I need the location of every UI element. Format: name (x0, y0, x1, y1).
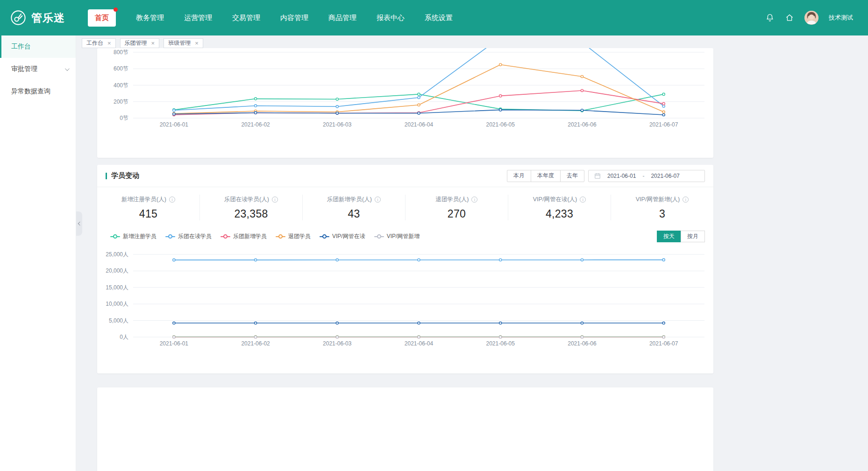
info-icon[interactable] (169, 197, 175, 203)
granularity-by-month[interactable]: 按月 (681, 231, 705, 242)
svg-text:2021-06-06: 2021-06-06 (568, 340, 597, 347)
date-start: 2021-06-01 (607, 173, 636, 179)
stat-label: 退团学员(人) (436, 196, 469, 204)
info-icon[interactable] (272, 197, 278, 203)
students-chart[interactable]: 0人5,000人10,000人15,000人20,000人25,000人2021… (97, 250, 713, 357)
legend-label: 新增注册学员 (123, 232, 157, 240)
svg-text:5,000人: 5,000人 (109, 317, 128, 324)
svg-text:2021-06-01: 2021-06-01 (160, 340, 189, 347)
tab-orchestra[interactable]: 乐团管理 (120, 38, 160, 48)
svg-text:2021-06-05: 2021-06-05 (486, 340, 515, 347)
granularity-toggle: 按天 按月 (657, 231, 705, 242)
stat-vip-enrolled: VIP/网管在读(人) 4,233 (508, 195, 611, 220)
svg-text:800节: 800节 (114, 49, 128, 56)
svg-text:20,000人: 20,000人 (106, 267, 128, 274)
sidebar-item-approval[interactable]: 审批管理 (0, 58, 76, 80)
stat-value: 23,358 (200, 208, 302, 220)
logo[interactable]: 管乐迷 (0, 10, 84, 26)
tab-label: 工作台 (86, 39, 103, 47)
close-icon[interactable] (107, 40, 111, 46)
legend-item-orchestra-enrolled[interactable]: 乐团在读学员 (165, 232, 212, 240)
stats-row: 新增注册学员(人) 415 乐团在读学员(人) 23,358 乐团新增学员(人)… (97, 187, 713, 226)
legend-marker (276, 236, 285, 237)
svg-text:2021-06-01: 2021-06-01 (160, 121, 189, 128)
navbar-right: 技术测试 (765, 11, 868, 25)
lessons-chart-card: 0节200节400节600节800节2021-06-012021-06-0220… (97, 48, 713, 158)
legend-item-new-registered[interactable]: 新增注册学员 (110, 232, 157, 240)
svg-text:25,000人: 25,000人 (106, 251, 128, 258)
sidebar-item-workbench[interactable]: 工作台 (0, 35, 76, 58)
close-icon[interactable] (151, 40, 155, 46)
svg-text:600节: 600节 (114, 65, 128, 72)
svg-text:2021-06-02: 2021-06-02 (241, 340, 270, 347)
info-icon[interactable] (580, 197, 586, 203)
nav-item-content[interactable]: 内容管理 (280, 14, 308, 22)
user-name[interactable]: 技术测试 (829, 14, 853, 22)
legend-item-vip-new[interactable]: VIP/网管新增 (374, 232, 420, 240)
nav-item-goods[interactable]: 商品管理 (328, 14, 356, 22)
svg-text:2021-06-03: 2021-06-03 (323, 121, 352, 128)
tab-class[interactable]: 班级管理 (164, 38, 203, 48)
legend-label: VIP/网管新增 (387, 232, 420, 240)
bell-icon[interactable] (765, 13, 775, 22)
svg-text:2021-06-06: 2021-06-06 (568, 121, 597, 128)
logo-icon (10, 10, 26, 26)
svg-text:2021-06-03: 2021-06-03 (323, 340, 352, 347)
svg-text:2021-06-05: 2021-06-05 (486, 121, 515, 128)
close-icon[interactable] (195, 40, 199, 46)
legend-marker (110, 236, 120, 237)
granularity-by-day[interactable]: 按天 (657, 231, 681, 242)
nav-item-reports[interactable]: 报表中心 (377, 14, 405, 22)
stat-value: 43 (303, 208, 405, 220)
sidebar-item-abnormal-data[interactable]: 异常数据查询 (0, 80, 76, 103)
tab-label: 乐团管理 (125, 39, 147, 47)
avatar[interactable] (804, 11, 818, 25)
legend-marker (221, 236, 230, 237)
section-title-text: 学员变动 (111, 171, 139, 180)
legend-label: 乐团新增学员 (233, 232, 267, 240)
info-icon[interactable] (683, 197, 689, 203)
section-title: 学员变动 (106, 171, 139, 180)
svg-text:0人: 0人 (120, 334, 128, 340)
notification-dot (114, 7, 118, 12)
legend-item-vip-enrolled[interactable]: VIP/网管在读 (320, 232, 365, 240)
nav-item-settings[interactable]: 系统设置 (425, 14, 453, 22)
top-navbar: 管乐迷 首页 教务管理 运营管理 交易管理 内容管理 商品管理 报表中心 系统设… (0, 0, 868, 35)
sidebar-item-label: 审批管理 (11, 65, 37, 73)
date-range-picker[interactable]: 2021-06-01 - 2021-06-07 (588, 170, 705, 182)
header-controls: 本月 本年度 去年 2021-06-01 - 2021-06-07 (507, 170, 705, 182)
sidebar-collapse-handle[interactable] (76, 211, 82, 236)
legend-label: 退团学员 (288, 232, 311, 240)
home-icon[interactable] (785, 13, 794, 22)
range-button-last-year[interactable]: 去年 (560, 170, 584, 182)
svg-text:10,000人: 10,000人 (106, 301, 128, 307)
date-separator: - (642, 173, 644, 179)
legend-item-withdrawn[interactable]: 退团学员 (276, 232, 311, 240)
legend-marker (374, 236, 384, 237)
nav-item-education[interactable]: 教务管理 (136, 14, 164, 22)
sidebar-item-label: 异常数据查询 (11, 87, 50, 96)
info-icon[interactable] (375, 197, 381, 203)
stat-value: 3 (611, 208, 713, 220)
nav-item-trade[interactable]: 交易管理 (232, 14, 260, 22)
legend-item-orchestra-new[interactable]: 乐团新增学员 (221, 232, 267, 240)
stat-new-registered: 新增注册学员(人) 415 (97, 195, 200, 220)
stat-label: VIP/网管新增(人) (636, 196, 680, 204)
title-accent-bar (106, 173, 107, 179)
calendar-icon (594, 173, 601, 179)
lessons-chart[interactable]: 0节200节400节600节800节2021-06-012021-06-0220… (97, 48, 713, 132)
chevron-left-icon (78, 222, 81, 225)
range-button-this-month[interactable]: 本月 (507, 170, 531, 182)
tab-workbench[interactable]: 工作台 (82, 38, 116, 48)
student-changes-card: 学员变动 本月 本年度 去年 2021-06-01 - 2021-06-07 (97, 165, 713, 373)
nav-item-operations[interactable]: 运营管理 (184, 14, 212, 22)
nav-item-home[interactable]: 首页 (88, 9, 116, 27)
range-button-this-year[interactable]: 本年度 (531, 170, 561, 182)
stat-value: 270 (406, 208, 508, 220)
stat-orchestra-enrolled: 乐团在读学员(人) 23,358 (200, 195, 303, 220)
stat-label: VIP/网管在读(人) (533, 196, 577, 204)
date-end: 2021-06-07 (651, 173, 679, 179)
next-card-stub (97, 387, 713, 471)
info-icon[interactable] (471, 197, 477, 203)
legend-label: VIP/网管在读 (332, 232, 365, 240)
